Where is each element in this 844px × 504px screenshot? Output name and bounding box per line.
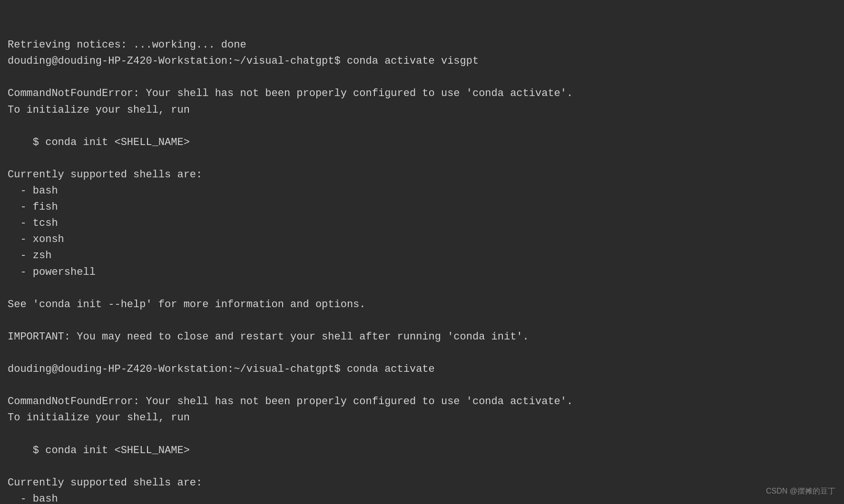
terminal-line: CommandNotFoundError: Your shell has not… (8, 86, 836, 102)
terminal-line: - tcsh (8, 215, 836, 232)
terminal-line: $ conda init <SHELL_NAME> (8, 443, 836, 459)
terminal-line (8, 281, 836, 297)
terminal-line (8, 426, 836, 442)
terminal-line: - bash (8, 183, 836, 199)
watermark: CSDN @摆摊的豆丁 (766, 485, 835, 497)
terminal-line: See 'conda init --help' for more informa… (8, 297, 836, 313)
terminal-line (8, 151, 836, 167)
terminal-line: douding@douding-HP-Z420-Workstation:~/vi… (8, 53, 836, 69)
terminal-line (8, 118, 836, 135)
terminal-line: $ conda init <SHELL_NAME> (8, 135, 836, 151)
terminal-line: Currently supported shells are: (8, 475, 836, 491)
terminal-line: douding@douding-HP-Z420-Workstation:~/vi… (8, 361, 836, 378)
terminal-line: - powershell (8, 264, 836, 281)
terminal-line: - xonsh (8, 232, 836, 248)
terminal-line (8, 69, 836, 86)
terminal-line: CommandNotFoundError: Your shell has not… (8, 394, 836, 410)
terminal-line: Currently supported shells are: (8, 167, 836, 183)
terminal-content: Retrieving notices: ...working... donedo… (8, 37, 836, 504)
terminal-line: - fish (8, 199, 836, 215)
terminal-line (8, 313, 836, 329)
terminal-line: IMPORTANT: You may need to close and res… (8, 329, 836, 345)
terminal-line: - bash (8, 491, 836, 504)
terminal-line: To initialize your shell, run (8, 410, 836, 426)
terminal-line (8, 378, 836, 394)
terminal-line (8, 345, 836, 361)
terminal-window: Retrieving notices: ...working... donedo… (0, 0, 844, 504)
terminal-line: To initialize your shell, run (8, 102, 836, 118)
terminal-line (8, 459, 836, 475)
terminal-line: - zsh (8, 248, 836, 264)
terminal-line: Retrieving notices: ...working... done (8, 37, 836, 53)
